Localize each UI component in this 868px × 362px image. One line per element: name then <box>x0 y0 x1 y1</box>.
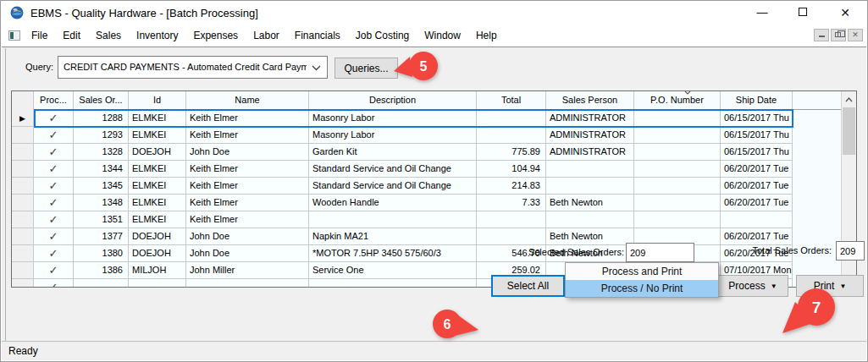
cell-ship[interactable]: 06/15/2017 Thu <box>721 110 793 126</box>
selected-sales-orders-field[interactable] <box>626 243 694 262</box>
cell-id[interactable]: ELMKEI <box>129 127 186 143</box>
row-selector-cell[interactable] <box>12 195 34 211</box>
cell-so[interactable]: 1386 <box>74 262 129 278</box>
cell-desc[interactable]: Service One <box>309 262 477 278</box>
column-header-desc[interactable]: Description <box>309 91 477 110</box>
cell-desc[interactable] <box>309 279 477 287</box>
table-row[interactable]: ✓1328DOEJOHJohn DoeGarden Kit775.89ADMIN… <box>12 144 793 161</box>
cell-po[interactable] <box>634 195 721 211</box>
cell-desc[interactable] <box>309 211 477 228</box>
column-header-total[interactable]: Total <box>477 91 546 110</box>
cell-proc[interactable]: ✓ <box>34 195 74 211</box>
cell-so[interactable]: 1328 <box>74 144 129 160</box>
cell-so[interactable]: 1345 <box>74 178 129 194</box>
minimize-button[interactable]: — <box>748 1 777 25</box>
cell-so[interactable]: 1351 <box>74 211 129 228</box>
menu-expenses[interactable]: Expenses <box>185 25 246 47</box>
cell-proc[interactable]: ✓ <box>34 144 74 160</box>
cell-desc[interactable]: Garden Kit <box>309 144 477 160</box>
table-row[interactable]: ✓1351ELMKEIKeith Elmer <box>12 211 793 228</box>
column-header-po[interactable]: P.O. Number <box>634 91 721 110</box>
cell-id[interactable]: DOEJOH <box>129 144 186 160</box>
row-selector-cell[interactable] <box>12 228 34 244</box>
cell-name[interactable]: John Doe <box>186 144 309 160</box>
row-selector-cell[interactable] <box>12 144 34 160</box>
cell-sp[interactable] <box>546 211 634 228</box>
cell-desc[interactable]: Masonry Labor <box>309 110 477 126</box>
row-selector-cell[interactable] <box>12 178 34 194</box>
menu-file[interactable]: File <box>24 25 55 47</box>
cell-id[interactable]: MILJOH <box>129 262 186 278</box>
scroll-up-button[interactable] <box>843 92 855 107</box>
cell-total[interactable]: 214.83 <box>477 178 546 194</box>
cell-name[interactable]: Keith Elmer <box>186 127 309 143</box>
row-selector-cell[interactable]: ▶ <box>12 110 34 126</box>
cell-ship[interactable] <box>721 211 793 228</box>
cell-ship[interactable]: 06/15/2017 Thu <box>721 144 793 160</box>
cell-so[interactable]: 1288 <box>74 110 129 126</box>
cell-id[interactable]: ELMKEI <box>129 195 186 211</box>
select-all-button[interactable]: Select All <box>491 275 565 297</box>
row-selector-cell[interactable] <box>12 262 34 278</box>
menu-inventory[interactable]: Inventory <box>129 25 185 47</box>
cell-name[interactable]: Keith Elmer <box>186 195 309 211</box>
cell-proc[interactable]: ✓ <box>34 228 74 244</box>
cell-po[interactable] <box>634 161 721 177</box>
cell-po[interactable] <box>634 110 721 126</box>
close-button[interactable]: ✕ <box>831 1 860 25</box>
cell-name[interactable]: Keith Elmer <box>186 161 309 177</box>
cell-proc[interactable]: ✓ <box>34 279 74 287</box>
cell-sp[interactable] <box>546 161 634 177</box>
cell-proc[interactable]: ✓ <box>34 211 74 228</box>
menu-job-costing[interactable]: Job Costing <box>348 25 417 47</box>
cell-sp[interactable]: ADMINISTRATOR <box>546 127 634 143</box>
cell-ship[interactable]: 06/20/2017 Tue <box>721 195 793 211</box>
cell-name[interactable]: John Doe <box>186 228 309 244</box>
cell-po[interactable] <box>634 144 721 160</box>
table-row[interactable]: ✓1344ELMKEIKeith ElmerStandard Service a… <box>12 161 793 178</box>
cell-name[interactable]: Keith Elmer <box>186 178 309 194</box>
cell-ship[interactable]: 06/20/2017 Tue <box>721 178 793 194</box>
table-row[interactable]: ✓1293ELMKEIKeith ElmerMasonry LaborADMIN… <box>12 127 793 144</box>
cell-proc[interactable]: ✓ <box>34 245 74 261</box>
table-row[interactable]: ▶✓1288ELMKEIKeith ElmerMasonry LaborADMI… <box>12 110 793 127</box>
mdi-close-button[interactable]: ✕ <box>848 29 863 41</box>
cell-id[interactable]: ELMKEI <box>129 211 186 228</box>
mdi-minimize-button[interactable] <box>814 29 829 41</box>
cell-proc[interactable]: ✓ <box>34 178 74 194</box>
cell-proc[interactable]: ✓ <box>34 127 74 143</box>
cell-desc[interactable]: *MOTOR 7.5HP 3450 575/60/3 <box>309 245 477 261</box>
menu-item-process-no-print[interactable]: Process / No Print <box>566 280 718 297</box>
row-selector-cell[interactable] <box>12 245 34 261</box>
cell-so[interactable]: 1348 <box>74 195 129 211</box>
cell-desc[interactable]: Wooden Handle <box>309 195 477 211</box>
query-dropdown[interactable]: CREDIT CARD PAYMENTS - Automated Credit … <box>58 56 328 79</box>
menu-item-process-and-print[interactable]: Process and Print <box>566 263 718 280</box>
cell-total[interactable] <box>477 228 546 244</box>
cell-id[interactable]: ELMKEI <box>129 161 186 177</box>
column-header-name[interactable]: Name <box>186 91 309 110</box>
cell-desc[interactable]: Masonry Labor <box>309 127 477 143</box>
row-selector-cell[interactable] <box>12 279 34 287</box>
cell-id[interactable] <box>129 279 186 287</box>
cell-total[interactable] <box>477 127 546 143</box>
cell-so[interactable]: 1377 <box>74 228 129 244</box>
maximize-button[interactable] <box>788 1 817 25</box>
cell-name[interactable]: John Miller <box>186 262 309 278</box>
menu-sales[interactable]: Sales <box>88 25 129 47</box>
cell-total[interactable]: 7.33 <box>477 195 546 211</box>
cell-ship[interactable]: 06/20/2017 Tue <box>721 228 793 244</box>
menu-window[interactable]: Window <box>417 25 468 47</box>
cell-name[interactable]: Keith Elmer <box>186 110 309 126</box>
cell-total[interactable]: 104.94 <box>477 161 546 177</box>
cell-po[interactable] <box>634 178 721 194</box>
cell-id[interactable]: ELMKEI <box>129 110 186 126</box>
cell-sp[interactable]: ADMINISTRATOR <box>546 110 634 126</box>
cell-id[interactable]: DOEJOH <box>129 228 186 244</box>
menu-financials[interactable]: Financials <box>287 25 348 47</box>
table-row[interactable]: ✓1345ELMKEIKeith ElmerStandard Service a… <box>12 178 793 195</box>
menu-labor[interactable]: Labor <box>246 25 287 47</box>
cell-po[interactable] <box>634 127 721 143</box>
cell-name[interactable]: Keith Elmer <box>186 211 309 228</box>
cell-so[interactable] <box>74 279 129 287</box>
